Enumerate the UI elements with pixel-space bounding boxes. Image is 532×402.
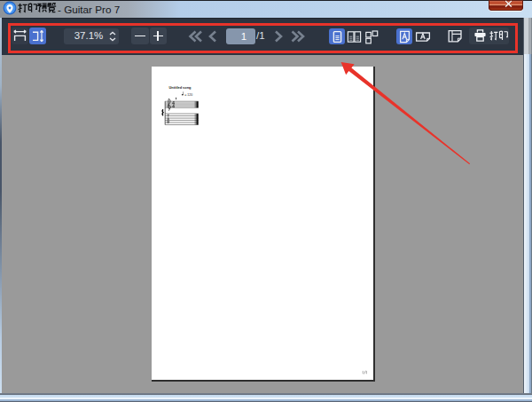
svg-text:= 120: = 120 <box>184 93 192 97</box>
svg-text:Untitled song: Untitled song <box>168 86 191 91</box>
